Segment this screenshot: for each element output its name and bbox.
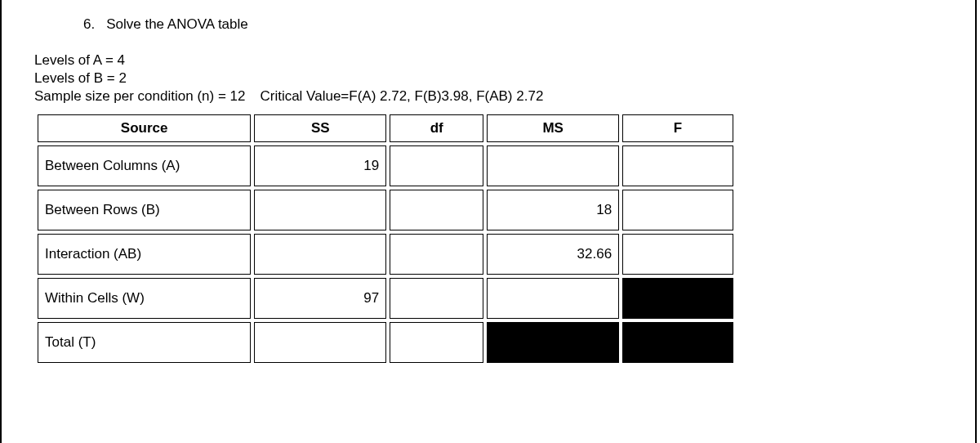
cell-ab-f bbox=[622, 234, 733, 275]
table-row: Between Columns (A) 19 bbox=[38, 145, 733, 186]
critical-value-text: Critical Value=F(A) 2.72, F(B)3.98, F(AB… bbox=[260, 88, 543, 105]
header-ms: MS bbox=[487, 114, 619, 142]
cell-w-df bbox=[390, 278, 483, 319]
page-container: 6. Solve the ANOVA table Levels of A = 4… bbox=[0, 0, 977, 443]
header-source: Source bbox=[38, 114, 251, 142]
cell-w-ss: 97 bbox=[254, 278, 386, 319]
cell-t-f-blackout bbox=[622, 322, 733, 363]
cell-w-ms bbox=[487, 278, 619, 319]
cell-w-f-blackout bbox=[622, 278, 733, 319]
cell-t-df bbox=[390, 322, 483, 363]
table-row: Interaction (AB) 32.66 bbox=[38, 234, 733, 275]
cell-b-f bbox=[622, 190, 733, 230]
cell-b-ms: 18 bbox=[487, 190, 619, 230]
cell-a-df bbox=[390, 145, 483, 186]
cell-b-df bbox=[390, 190, 483, 230]
header-f: F bbox=[622, 114, 733, 142]
levels-b-line: Levels of B = 2 bbox=[34, 70, 942, 87]
cell-b-label: Between Rows (B) bbox=[38, 190, 251, 230]
cell-ab-df bbox=[390, 234, 483, 275]
anova-table: Source SS df MS F Between Columns (A) 19… bbox=[34, 111, 737, 366]
question-line: 6. Solve the ANOVA table bbox=[83, 16, 942, 33]
cell-a-ms bbox=[487, 145, 619, 186]
table-header-row: Source SS df MS F bbox=[38, 114, 733, 142]
table-row: Total (T) bbox=[38, 322, 733, 363]
question-number: 6. bbox=[83, 16, 95, 33]
cell-ab-label: Interaction (AB) bbox=[38, 234, 251, 275]
cell-w-label: Within Cells (W) bbox=[38, 278, 251, 319]
cell-t-ss bbox=[254, 322, 386, 363]
question-text: Solve the ANOVA table bbox=[106, 16, 248, 33]
table-row: Between Rows (B) 18 bbox=[38, 190, 733, 230]
header-df: df bbox=[390, 114, 483, 142]
cell-t-label: Total (T) bbox=[38, 322, 251, 363]
table-row: Within Cells (W) 97 bbox=[38, 278, 733, 319]
cell-t-ms-blackout bbox=[487, 322, 619, 363]
cell-ab-ss bbox=[254, 234, 386, 275]
sample-size-text: Sample size per condition (n) = 12 bbox=[34, 88, 245, 105]
levels-a-line: Levels of A = 4 bbox=[34, 52, 942, 69]
cell-a-label: Between Columns (A) bbox=[38, 145, 251, 186]
sample-critical-row: Sample size per condition (n) = 12 Criti… bbox=[34, 88, 942, 105]
cell-b-ss bbox=[254, 190, 386, 230]
header-ss: SS bbox=[254, 114, 386, 142]
cell-ab-ms: 32.66 bbox=[487, 234, 619, 275]
cell-a-ss: 19 bbox=[254, 145, 386, 186]
cell-a-f bbox=[622, 145, 733, 186]
